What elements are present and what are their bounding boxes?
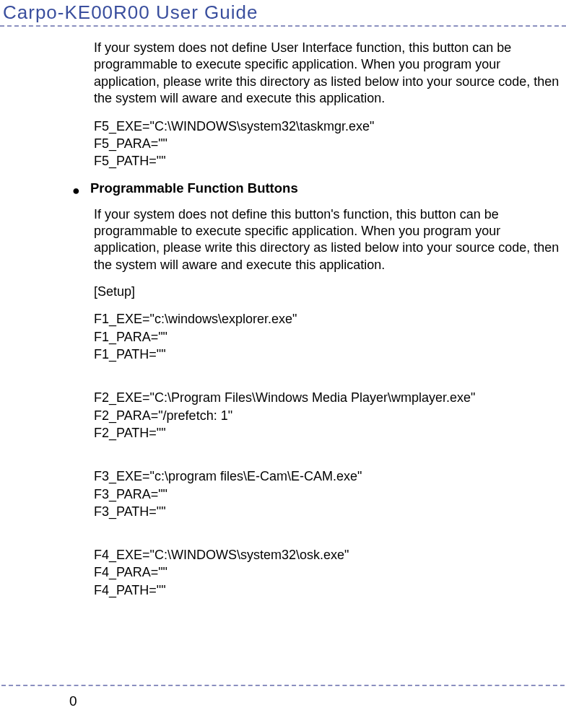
section-bullet: ● Programmable Function Buttons — [72, 180, 566, 197]
f4-para: F4_PARA="" — [94, 563, 566, 581]
f4-exe: F4_EXE="C:\WINDOWS\system32\osk.exe" — [94, 546, 566, 563]
f5-exe: F5_EXE="C:\WINDOWS\system32\taskmgr.exe" — [94, 118, 566, 135]
f2-para: F2_PARA="/prefetch: 1" — [94, 407, 566, 424]
f3-para: F3_PARA="" — [94, 486, 566, 503]
page-number: 0 — [69, 693, 77, 709]
f5-path: F5_PATH="" — [94, 152, 566, 170]
intro-paragraph: If your system does not define User Inte… — [94, 40, 566, 108]
setup-label: [Setup] — [94, 284, 566, 300]
f1-block: F1_EXE="c:\windows\explorer.exe" F1_PARA… — [94, 310, 566, 363]
f1-exe: F1_EXE="c:\windows\explorer.exe" — [94, 310, 566, 328]
f3-path: F3_PATH="" — [94, 503, 566, 520]
section-heading: Programmable Function Buttons — [90, 180, 298, 197]
bullet-icon: ● — [72, 184, 80, 197]
f1-path: F1_PATH="" — [94, 346, 566, 363]
f2-path: F2_PATH="" — [94, 424, 566, 442]
section-paragraph: If your system does not define this butt… — [94, 206, 566, 274]
f3-block: F3_EXE="c:\program files\E-Cam\E-CAM.exe… — [94, 468, 566, 520]
f5-block: F5_EXE="C:\WINDOWS\system32\taskmgr.exe"… — [94, 118, 566, 170]
footer-divider — [1, 685, 565, 686]
f2-block: F2_EXE="C:\Program Files\Windows Media P… — [94, 389, 566, 442]
f4-path: F4_PATH="" — [94, 582, 566, 599]
f2-exe: F2_EXE="C:\Program Files\Windows Media P… — [94, 389, 566, 406]
page-title: Carpo-KE00R00 User Guide — [0, 0, 566, 27]
f3-exe: F3_EXE="c:\program files\E-Cam\E-CAM.exe… — [94, 468, 566, 485]
f1-para: F1_PARA="" — [94, 328, 566, 346]
f4-block: F4_EXE="C:\WINDOWS\system32\osk.exe" F4_… — [94, 546, 566, 599]
document-body: If your system does not define User Inte… — [0, 27, 566, 599]
f5-para: F5_PARA="" — [94, 135, 566, 152]
